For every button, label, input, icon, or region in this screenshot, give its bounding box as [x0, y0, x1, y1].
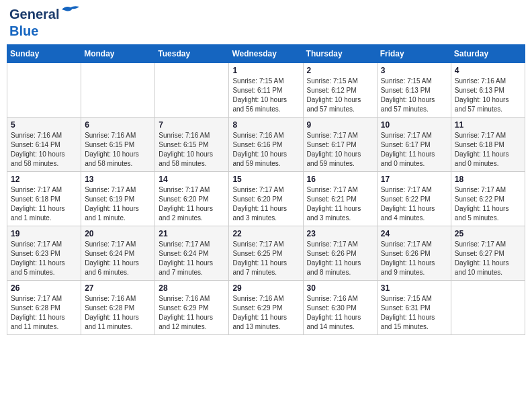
day-number: 19 [11, 229, 77, 238]
calendar-cell: 22Sunrise: 7:17 AMSunset: 6:25 PMDayligh… [229, 226, 303, 281]
day-info: Sunrise: 7:17 AMSunset: 6:20 PMDaylight:… [159, 185, 225, 223]
day-number: 12 [11, 175, 77, 184]
calendar-cell: 14Sunrise: 7:17 AMSunset: 6:20 PMDayligh… [155, 172, 229, 226]
weekday-header: Thursday [303, 45, 377, 63]
calendar-cell: 30Sunrise: 7:16 AMSunset: 6:30 PMDayligh… [303, 281, 377, 335]
day-number: 27 [85, 283, 151, 293]
day-number: 9 [307, 120, 373, 130]
calendar-cell [155, 63, 229, 118]
weekday-header: Saturday [451, 45, 525, 63]
day-number: 23 [307, 229, 373, 238]
logo-blue: Blue [9, 24, 38, 38]
day-info: Sunrise: 7:17 AMSunset: 6:28 PMDaylight:… [11, 294, 77, 332]
calendar-cell: 13Sunrise: 7:17 AMSunset: 6:19 PMDayligh… [81, 172, 155, 226]
calendar-cell: 17Sunrise: 7:17 AMSunset: 6:22 PMDayligh… [377, 172, 451, 226]
day-number: 25 [455, 229, 521, 238]
page-header: General Blue [7, 7, 525, 39]
calendar-cell: 24Sunrise: 7:17 AMSunset: 6:26 PMDayligh… [377, 226, 451, 281]
calendar-cell [7, 63, 81, 118]
calendar-cell: 2Sunrise: 7:15 AMSunset: 6:12 PMDaylight… [303, 63, 377, 118]
day-info: Sunrise: 7:17 AMSunset: 6:19 PMDaylight:… [85, 185, 151, 223]
day-number: 16 [307, 175, 373, 184]
weekday-header-row: SundayMondayTuesdayWednesdayThursdayFrid… [7, 45, 525, 63]
day-number: 20 [85, 229, 151, 238]
day-number: 4 [455, 66, 521, 75]
calendar-cell [81, 63, 155, 118]
day-number: 24 [381, 229, 447, 238]
calendar-cell: 18Sunrise: 7:17 AMSunset: 6:22 PMDayligh… [451, 172, 525, 226]
day-info: Sunrise: 7:16 AMSunset: 6:15 PMDaylight:… [159, 131, 225, 169]
day-number: 5 [11, 120, 77, 130]
day-info: Sunrise: 7:15 AMSunset: 6:11 PMDaylight:… [232, 77, 299, 114]
calendar-cell: 20Sunrise: 7:17 AMSunset: 6:24 PMDayligh… [81, 226, 155, 281]
calendar-cell: 3Sunrise: 7:15 AMSunset: 6:13 PMDaylight… [377, 63, 451, 118]
day-info: Sunrise: 7:17 AMSunset: 6:17 PMDaylight:… [381, 131, 447, 169]
day-info: Sunrise: 7:16 AMSunset: 6:29 PMDaylight:… [159, 294, 225, 332]
day-number: 14 [159, 175, 225, 184]
day-number: 22 [232, 229, 299, 238]
day-info: Sunrise: 7:17 AMSunset: 6:20 PMDaylight:… [232, 185, 299, 223]
day-number: 17 [381, 175, 447, 184]
calendar-cell: 6Sunrise: 7:16 AMSunset: 6:15 PMDaylight… [81, 118, 155, 172]
calendar-week-row: 12Sunrise: 7:17 AMSunset: 6:18 PMDayligh… [7, 172, 525, 226]
day-info: Sunrise: 7:17 AMSunset: 6:22 PMDaylight:… [455, 185, 521, 223]
logo-general: General [9, 7, 59, 21]
day-info: Sunrise: 7:17 AMSunset: 6:27 PMDaylight:… [455, 240, 521, 277]
day-number: 8 [232, 120, 299, 130]
day-number: 31 [381, 283, 447, 293]
day-number: 7 [159, 120, 225, 130]
calendar-cell: 7Sunrise: 7:16 AMSunset: 6:15 PMDaylight… [155, 118, 229, 172]
day-info: Sunrise: 7:17 AMSunset: 6:22 PMDaylight:… [381, 185, 447, 223]
day-info: Sunrise: 7:17 AMSunset: 6:18 PMDaylight:… [11, 185, 77, 223]
day-number: 28 [159, 283, 225, 293]
calendar-cell: 28Sunrise: 7:16 AMSunset: 6:29 PMDayligh… [155, 281, 229, 335]
calendar-week-row: 26Sunrise: 7:17 AMSunset: 6:28 PMDayligh… [7, 281, 525, 335]
day-info: Sunrise: 7:17 AMSunset: 6:24 PMDaylight:… [85, 240, 151, 277]
weekday-header: Sunday [7, 45, 81, 63]
day-info: Sunrise: 7:17 AMSunset: 6:21 PMDaylight:… [307, 185, 373, 223]
day-info: Sunrise: 7:17 AMSunset: 6:26 PMDaylight:… [307, 240, 373, 277]
calendar-cell: 15Sunrise: 7:17 AMSunset: 6:20 PMDayligh… [229, 172, 303, 226]
calendar-cell: 31Sunrise: 7:15 AMSunset: 6:31 PMDayligh… [377, 281, 451, 335]
day-number: 6 [85, 120, 151, 130]
day-number: 1 [232, 66, 299, 75]
calendar-cell: 5Sunrise: 7:16 AMSunset: 6:14 PMDaylight… [7, 118, 81, 172]
calendar-cell: 11Sunrise: 7:17 AMSunset: 6:18 PMDayligh… [451, 118, 525, 172]
day-number: 10 [381, 120, 447, 130]
calendar-cell: 10Sunrise: 7:17 AMSunset: 6:17 PMDayligh… [377, 118, 451, 172]
day-info: Sunrise: 7:17 AMSunset: 6:18 PMDaylight:… [455, 131, 521, 169]
calendar-cell: 12Sunrise: 7:17 AMSunset: 6:18 PMDayligh… [7, 172, 81, 226]
day-info: Sunrise: 7:16 AMSunset: 6:30 PMDaylight:… [307, 294, 373, 332]
calendar-cell: 27Sunrise: 7:16 AMSunset: 6:28 PMDayligh… [81, 281, 155, 335]
day-number: 26 [11, 283, 77, 293]
day-info: Sunrise: 7:17 AMSunset: 6:24 PMDaylight:… [159, 240, 225, 277]
logo: General Blue [9, 7, 59, 39]
calendar-cell: 9Sunrise: 7:17 AMSunset: 6:17 PMDaylight… [303, 118, 377, 172]
day-number: 30 [307, 283, 373, 293]
day-number: 13 [85, 175, 151, 184]
calendar-table: SundayMondayTuesdayWednesdayThursdayFrid… [7, 44, 525, 335]
day-info: Sunrise: 7:17 AMSunset: 6:25 PMDaylight:… [232, 240, 299, 277]
day-info: Sunrise: 7:16 AMSunset: 6:16 PMDaylight:… [232, 131, 299, 169]
calendar-cell [451, 281, 525, 335]
calendar-week-row: 19Sunrise: 7:17 AMSunset: 6:23 PMDayligh… [7, 226, 525, 281]
day-number: 11 [455, 120, 521, 130]
calendar-cell: 8Sunrise: 7:16 AMSunset: 6:16 PMDaylight… [229, 118, 303, 172]
day-number: 15 [232, 175, 299, 184]
day-info: Sunrise: 7:17 AMSunset: 6:26 PMDaylight:… [381, 240, 447, 277]
weekday-header: Wednesday [229, 45, 303, 63]
calendar-week-row: 1Sunrise: 7:15 AMSunset: 6:11 PMDaylight… [7, 63, 525, 118]
weekday-header: Friday [377, 45, 451, 63]
weekday-header: Tuesday [155, 45, 229, 63]
calendar-cell: 4Sunrise: 7:16 AMSunset: 6:13 PMDaylight… [451, 63, 525, 118]
calendar-cell: 16Sunrise: 7:17 AMSunset: 6:21 PMDayligh… [303, 172, 377, 226]
calendar-cell: 21Sunrise: 7:17 AMSunset: 6:24 PMDayligh… [155, 226, 229, 281]
day-info: Sunrise: 7:15 AMSunset: 6:13 PMDaylight:… [381, 77, 447, 114]
day-info: Sunrise: 7:15 AMSunset: 6:31 PMDaylight:… [381, 294, 447, 332]
day-info: Sunrise: 7:16 AMSunset: 6:13 PMDaylight:… [455, 77, 521, 114]
day-number: 21 [159, 229, 225, 238]
day-info: Sunrise: 7:16 AMSunset: 6:14 PMDaylight:… [11, 131, 77, 169]
day-info: Sunrise: 7:17 AMSunset: 6:23 PMDaylight:… [11, 240, 77, 277]
logo-bird-icon [60, 4, 81, 15]
day-number: 18 [455, 175, 521, 184]
